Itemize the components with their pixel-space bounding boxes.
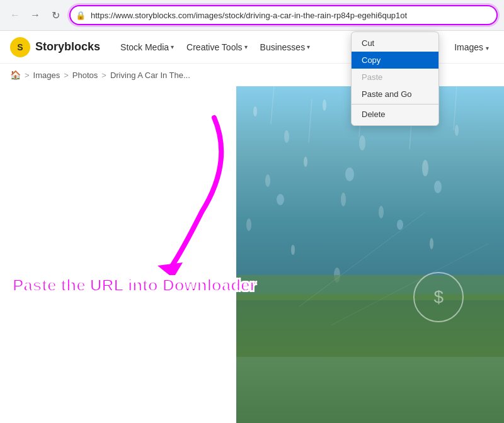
svg-point-4	[359, 135, 365, 150]
svg-point-9	[422, 160, 428, 176]
annotation-arrow-container	[126, 111, 252, 278]
nav-stock-media-label: Stock Media	[120, 42, 169, 52]
svg-point-3	[323, 99, 326, 111]
svg-marker-0	[158, 262, 183, 275]
address-bar[interactable]	[69, 5, 498, 25]
svg-point-22	[345, 167, 354, 181]
svg-point-14	[379, 206, 384, 218]
breadcrumb-images[interactable]: Images	[33, 70, 60, 80]
svg-rect-26	[236, 275, 504, 300]
nav-images[interactable]: Images ▾	[449, 38, 494, 56]
svg-line-17	[309, 99, 312, 143]
context-menu-paste[interactable]: Paste	[352, 69, 438, 86]
svg-point-10	[455, 125, 459, 136]
nav-stock-media[interactable]: Stock Media ▾	[115, 38, 179, 56]
nav-right: Images ▾	[449, 38, 494, 56]
context-menu-delete[interactable]: Delete	[352, 106, 438, 123]
svg-line-16	[271, 86, 274, 124]
svg-point-2	[284, 130, 289, 143]
context-menu-cut[interactable]: Cut	[352, 35, 438, 52]
nav-images-label: Images	[454, 42, 483, 52]
svg-point-5	[265, 174, 270, 187]
context-menu-paste-and-go[interactable]: Paste and Go	[352, 86, 438, 103]
browser-chrome: ← → ↻ 🔒	[0, 0, 504, 31]
breadcrumb-sep-3: >	[101, 70, 106, 80]
svg-rect-25	[236, 294, 504, 357]
svg-point-12	[291, 245, 295, 255]
svg-point-15	[430, 238, 433, 249]
svg-point-11	[246, 218, 251, 231]
svg-point-1	[253, 106, 257, 116]
nav-businesses[interactable]: Businesses ▾	[255, 38, 316, 56]
svg-point-21	[277, 194, 284, 205]
back-button[interactable]: ←	[6, 6, 24, 24]
rain-background: $	[236, 86, 504, 423]
svg-line-20	[454, 86, 457, 130]
logo-area[interactable]: S Storyblocks	[10, 37, 100, 57]
address-bar-container: 🔒	[69, 5, 498, 25]
svg-point-6	[304, 157, 307, 167]
chevron-down-icon-3: ▾	[307, 43, 310, 50]
arrow-svg	[126, 111, 252, 275]
nav-creative-tools[interactable]: Creative Tools ▾	[181, 38, 252, 56]
nav-creative-tools-label: Creative Tools	[186, 42, 242, 52]
svg-point-24	[434, 181, 442, 193]
browser-toolbar: ← → ↻ 🔒	[0, 0, 504, 30]
lock-icon: 🔒	[76, 11, 86, 20]
svg-point-23	[397, 220, 403, 230]
menu-divider	[352, 104, 438, 104]
watermark: $	[413, 272, 464, 322]
main-content: Paste the URL into Downloader	[0, 86, 504, 423]
logo-text: Storyblocks	[35, 40, 100, 54]
breadcrumb-photos[interactable]: Photos	[72, 70, 98, 80]
context-menu: Cut Copy Paste Paste and Go Delete	[351, 31, 439, 126]
breadcrumb-sep-1: >	[25, 70, 30, 80]
refresh-button[interactable]: ↻	[47, 6, 64, 24]
nav-businesses-label: Businesses	[260, 42, 306, 52]
forward-button[interactable]: →	[26, 6, 44, 24]
context-menu-copy[interactable]: Copy	[352, 52, 438, 69]
rain-svg	[236, 86, 504, 423]
nav-buttons: ← → ↻	[6, 6, 64, 24]
chevron-down-icon-2: ▾	[244, 43, 248, 50]
annotation-text: Paste the URL into Downloader	[13, 276, 256, 295]
chevron-down-icon: ▾	[171, 43, 174, 50]
rain-drops-overlay	[236, 86, 504, 423]
nav-links: Stock Media ▾ Creative Tools ▾ Businesse…	[115, 38, 315, 56]
right-panel: $	[236, 86, 504, 423]
left-panel: Paste the URL into Downloader	[0, 86, 236, 423]
breadcrumb-current: Driving A Car In The...	[110, 70, 190, 80]
logo-icon: S	[10, 37, 30, 57]
svg-point-7	[341, 193, 346, 206]
breadcrumb-sep-2: >	[64, 70, 69, 80]
breadcrumb-home[interactable]: 🏠	[10, 70, 21, 80]
chevron-down-icon-4: ▾	[486, 45, 489, 52]
